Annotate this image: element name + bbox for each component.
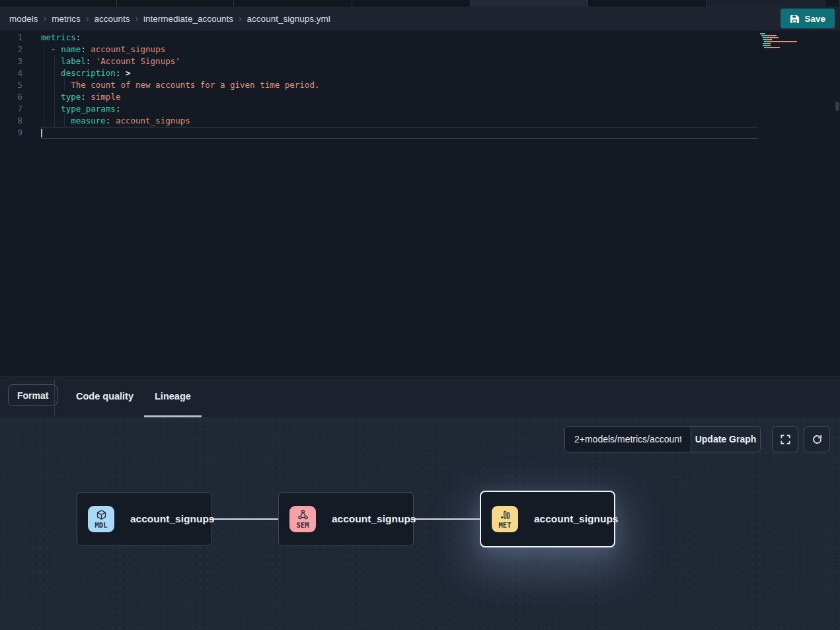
minimap-line: [760, 37, 804, 38]
line-number: 7: [0, 103, 24, 115]
code-line[interactable]: 6 type: simple: [0, 91, 840, 103]
minimap[interactable]: [760, 33, 804, 51]
line-number: 6: [0, 91, 24, 103]
lineage-edge: [414, 518, 480, 520]
current-line-highlight: [41, 127, 758, 139]
code-line[interactable]: 3 label: 'Account Signups': [0, 55, 840, 67]
top-tab-segment[interactable]: [234, 0, 352, 7]
node-badge: SEM: [289, 506, 316, 532]
top-tab-segment[interactable]: [825, 0, 840, 7]
breadcrumb-separator-icon: ›: [86, 13, 89, 24]
code-editor[interactable]: 1metrics:2 - name: account_signups3 labe…: [0, 30, 840, 376]
selector-group: Update Graph: [564, 426, 761, 452]
breadcrumb-item[interactable]: intermediate_accounts: [143, 14, 233, 24]
breadcrumb-separator-icon: ›: [239, 13, 242, 24]
breadcrumb-separator-icon: ›: [135, 13, 138, 24]
fullscreen-button[interactable]: [772, 426, 798, 452]
code-line[interactable]: 4 description: >: [0, 67, 840, 79]
node-label: account_signups: [130, 513, 214, 525]
minimap-line: [760, 43, 804, 44]
editor-scrollbar-handle[interactable]: [835, 102, 839, 111]
breadcrumb-separator-icon: ›: [44, 13, 47, 24]
node-label: account_signups: [534, 513, 618, 525]
line-number: 2: [0, 44, 24, 55]
line-number: 5: [0, 79, 24, 91]
node-badge: MET: [492, 506, 518, 532]
save-button[interactable]: Save: [781, 9, 835, 28]
minimap-line: [760, 45, 804, 46]
breadcrumb-item[interactable]: models: [9, 14, 38, 24]
bottom-panel: Format Code qualityLineage Update Graph: [0, 376, 840, 630]
panel-divider: [54, 380, 55, 415]
cube-icon: [96, 509, 107, 520]
breadcrumb-item[interactable]: account_signups.yml: [247, 14, 330, 24]
chart-icon: [500, 509, 511, 520]
top-tab-segment[interactable]: [352, 0, 471, 7]
line-number: 8: [0, 115, 24, 127]
minimap-line: [760, 39, 804, 40]
lineage-node-sem[interactable]: SEMaccount_signups: [278, 492, 414, 546]
top-tab-segment[interactable]: [0, 0, 117, 7]
top-tab-segment[interactable]: [471, 0, 588, 7]
code-line[interactable]: 1metrics:: [0, 32, 840, 44]
breadcrumb-item[interactable]: metrics: [52, 14, 81, 24]
tab-code-quality[interactable]: Code quality: [65, 377, 144, 417]
node-badge-label: MET: [499, 521, 512, 529]
lineage-selector-input[interactable]: [565, 427, 691, 452]
breadcrumb-item[interactable]: accounts: [94, 14, 130, 24]
text-cursor: [41, 129, 42, 137]
line-number: 4: [0, 67, 24, 79]
minimap-line: [760, 33, 804, 34]
save-label: Save: [804, 14, 825, 24]
lineage-canvas[interactable]: Update Graph MDLaccount_signupsSEMaccoun…: [0, 417, 840, 630]
panel-tabs: Code qualityLineage: [65, 377, 202, 417]
minimap-line: [760, 47, 804, 48]
update-graph-button[interactable]: Update Graph: [691, 427, 760, 452]
code-line[interactable]: 2 - name: account_signups: [0, 44, 840, 55]
node-label: account_signups: [332, 513, 416, 525]
network-icon: [297, 509, 309, 520]
line-number: 9: [0, 127, 24, 139]
code-line[interactable]: 5 The count of new accounts for a given …: [0, 79, 840, 91]
breadcrumb-bar: models›metrics›accounts›intermediate_acc…: [0, 7, 840, 30]
code-line[interactable]: 7 type_params:: [0, 103, 840, 115]
code-line[interactable]: 8 measure: account_signups: [0, 115, 840, 127]
floppy-icon: [790, 14, 800, 24]
panel-tab-row: Format Code qualityLineage: [0, 376, 840, 417]
minimap-line: [760, 35, 804, 36]
refresh-icon: [812, 434, 823, 445]
lineage-node-mdl[interactable]: MDLaccount_signups: [77, 492, 212, 546]
minimap-line: [760, 49, 804, 50]
lineage-controls: Update Graph: [564, 426, 830, 452]
tab-lineage[interactable]: Lineage: [144, 377, 202, 417]
node-badge-label: SEM: [297, 521, 309, 529]
code-lines: 1metrics:2 - name: account_signups3 labe…: [0, 32, 840, 139]
node-badge: MDL: [88, 506, 114, 532]
top-tab-strip: [0, 0, 840, 7]
format-button[interactable]: Format: [8, 384, 57, 406]
fullscreen-icon: [780, 434, 791, 445]
top-tab-segment[interactable]: [117, 0, 234, 7]
lineage-edge: [211, 518, 278, 520]
breadcrumb: models›metrics›accounts›intermediate_acc…: [9, 13, 330, 24]
lineage-node-met[interactable]: METaccount_signups: [480, 491, 615, 547]
top-tab-segment[interactable]: [588, 0, 706, 7]
line-number: 1: [0, 32, 24, 44]
node-badge-label: MDL: [95, 521, 108, 529]
app-window: models›metrics›accounts›intermediate_acc…: [0, 0, 840, 630]
refresh-button[interactable]: [804, 426, 830, 452]
minimap-line: [760, 41, 804, 42]
line-number: 3: [0, 55, 24, 67]
top-tab-segment[interactable]: [706, 0, 825, 7]
